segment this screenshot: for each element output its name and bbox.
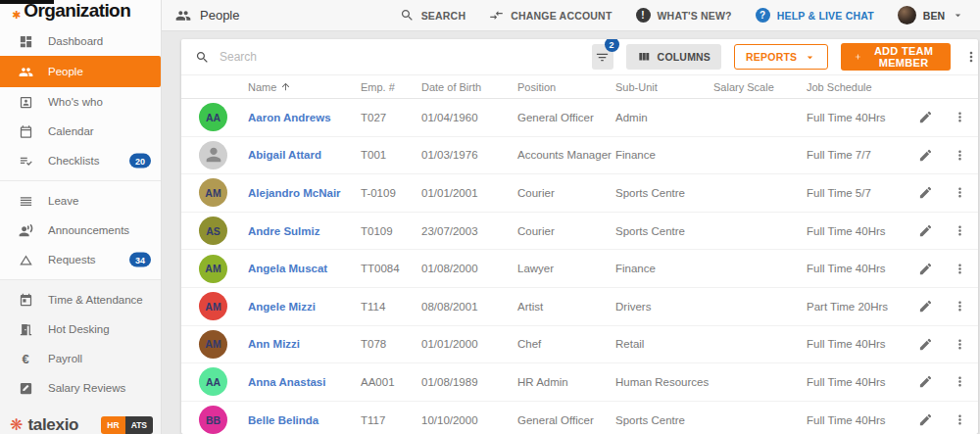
table-row[interactable]: AM Alejandro McNair T-0109 01/01/2001 Co… [181,174,978,213]
help-live-chat-button[interactable]: ? HELP & LIVE CHAT [756,8,874,23]
position: Artist [517,301,615,313]
emp-number: T114 [361,301,421,313]
column-header-schedule[interactable]: Job Schedule [807,81,909,93]
edit-button[interactable] [909,185,941,200]
edit-button[interactable] [909,299,941,313]
sidebar-item-calendar[interactable]: Calendar [0,117,161,146]
table-row[interactable]: BB Belle Belinda T117 10/10/2000 General… [181,402,978,434]
edit-button[interactable] [909,262,941,276]
edit-button[interactable] [909,148,941,163]
table-header-row: Name Emp. # Date of Birth Position Sub-U… [181,75,978,99]
emp-number: T0109 [361,225,421,237]
whats-new-button[interactable]: ! WHAT'S NEW? [636,8,732,23]
sidebar-item-payroll[interactable]: € Payroll [0,344,161,373]
date-of-birth: 01/01/2000 [421,338,517,350]
edit-button[interactable] [909,110,941,124]
row-menu-button[interactable] [941,110,978,124]
checklist-icon [19,154,33,169]
column-header-emp[interactable]: Emp. # [361,81,421,93]
row-menu-button[interactable] [941,185,978,200]
sidebar-item-hot-desking[interactable]: Hot Desking [0,314,161,344]
filter-count-badge: 2 [605,39,619,52]
person-name-link[interactable]: Alejandro McNair [248,187,361,199]
page-title-text: People [200,8,239,23]
person-name-link[interactable]: Andre Sulmiz [248,225,361,237]
column-header-name[interactable]: Name [248,81,361,93]
search-button[interactable]: SEARCH [400,8,466,23]
job-schedule: Full Time 40Hrs [807,225,909,237]
table-row[interactable]: AM Angela Muscat TT0084 01/08/2000 Lawye… [181,250,978,288]
sidebar-item-salary-reviews[interactable]: Salary Reviews [0,373,161,403]
sidebar-item-requests[interactable]: Requests 34 [0,245,161,274]
edit-button[interactable] [909,374,941,389]
table-row[interactable]: AA Aaron Andrews T027 01/04/1960 General… [181,99,978,137]
job-schedule: Full Time 40Hrs [807,112,909,123]
sidebar-item-label: Leave [48,195,78,207]
row-menu-button[interactable] [941,148,978,163]
calendar-check-icon [19,293,33,308]
row-menu-button[interactable] [941,412,978,427]
row-menu-button[interactable] [941,299,978,313]
table-row[interactable]: AM Ann Mizzi T078 01/01/2000 Chef Retail… [181,326,978,364]
filter-button[interactable]: 2 [592,44,613,70]
edit-button[interactable] [909,223,941,238]
change-account-button[interactable]: CHANGE ACCOUNT [489,8,612,23]
person-name-link[interactable]: Angele Mizzi [248,301,361,313]
calendar-icon [19,124,33,139]
people-table-card: 2 COLUMNS REPORTS ADD TEAM MEMBER [181,39,978,434]
plus-icon [854,50,862,64]
row-menu-button[interactable] [941,262,978,276]
date-of-birth: 01/04/1960 [421,112,517,123]
sidebar-item-checklists[interactable]: Checklists 20 [0,146,161,175]
sub-unit: Human Resources [615,376,713,388]
change-account-label: CHANGE ACCOUNT [511,10,612,22]
row-menu-button[interactable] [941,374,978,389]
user-menu[interactable]: BEN [898,6,964,24]
person-name-link[interactable]: Anna Anastasi [248,376,361,388]
position: Accounts Manager [517,149,615,161]
sidebar-item-dashboard[interactable]: Dashboard [0,26,161,56]
sidebar-item-label: Checklists [48,155,99,167]
person-name-link[interactable]: Ann Mizzi [248,338,361,350]
table-row[interactable]: AS Andre Sulmiz T0109 23/07/2003 Courier… [181,213,978,251]
date-of-birth: 08/08/2001 [421,301,517,313]
emp-number: T027 [361,112,421,123]
job-schedule: Full Time 7/7 [807,149,909,161]
column-header-salary[interactable]: Salary Scale [713,81,807,93]
more-vert-icon [953,374,967,389]
column-header-position[interactable]: Position [517,81,615,93]
pencil-icon [918,337,933,352]
sidebar-item-announcements[interactable]: Announcements [0,216,161,245]
toolbar-overflow-menu[interactable] [963,49,978,65]
row-menu-button[interactable] [941,223,978,238]
table-row[interactable]: Abigail Attard T001 01/03/1976 Accounts … [181,137,978,175]
table-row[interactable]: AM Angele Mizzi T114 08/08/2001 Artist D… [181,288,978,326]
lines-icon [19,194,33,209]
date-of-birth: 01/01/2001 [421,187,517,199]
person-name-link[interactable]: Angela Muscat [248,263,361,274]
edit-button[interactable] [909,337,941,352]
emp-number: TT0084 [361,263,421,274]
add-team-member-button[interactable]: ADD TEAM MEMBER [841,43,951,71]
avatar: BB [199,406,227,434]
reports-button[interactable]: REPORTS [734,44,828,70]
sidebar-item-whos-who[interactable]: Who's who [0,87,161,117]
person-name-link[interactable]: Aaron Andrews [248,112,361,123]
pencil-icon [918,412,933,427]
screen-capture-artifact [0,0,54,4]
sidebar-item-people[interactable]: People [0,56,161,87]
topbar-actions: SEARCH CHANGE ACCOUNT ! WHAT'S NEW? ? HE… [400,6,964,24]
table-row[interactable]: AA Anna Anastasi AA001 01/08/1989 HR Adm… [181,363,978,402]
column-header-dob[interactable]: Date of Birth [421,81,517,93]
edit-button[interactable] [909,412,941,427]
search-input[interactable] [220,50,592,64]
sidebar-item-time-attendance[interactable]: Time & Attendance [0,285,161,314]
columns-button[interactable]: COLUMNS [626,44,721,70]
emp-number: T001 [361,149,421,161]
pencil-icon [918,185,933,200]
column-header-subunit[interactable]: Sub-Unit [615,81,713,93]
person-name-link[interactable]: Abigail Attard [248,149,361,161]
row-menu-button[interactable] [941,337,978,352]
person-name-link[interactable]: Belle Belinda [248,414,361,426]
sidebar-item-leave[interactable]: Leave [0,186,161,216]
